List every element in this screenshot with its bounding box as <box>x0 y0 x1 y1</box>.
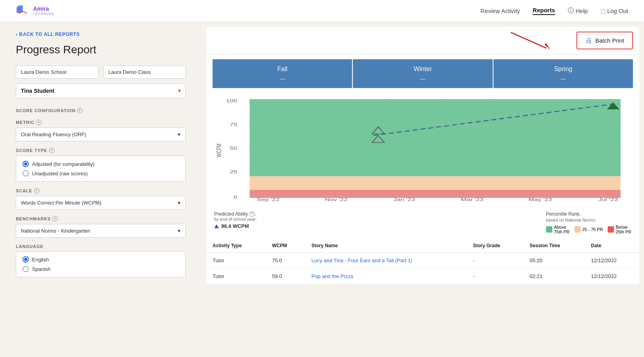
fall-value: — <box>216 76 349 82</box>
svg-text:Nov '22: Nov '22 <box>325 197 348 202</box>
batch-print-button[interactable]: 🖨 Batch Print <box>576 32 633 49</box>
below-25-label: Below25th PR <box>616 225 631 234</box>
svg-text:50: 50 <box>230 146 237 150</box>
logo-name: Amira <box>33 6 55 12</box>
student-select-chevron-icon: ▾ <box>178 88 181 94</box>
predicted-ability-legend: Predicted Ability ?, by end of school ye… <box>214 211 257 229</box>
red-arrow-annotation <box>507 28 554 52</box>
benchmarks-chevron-icon: ▾ <box>178 228 181 234</box>
nav-help[interactable]: ⓘ Help <box>568 7 588 15</box>
col-story-grade: Story Grade <box>467 239 523 253</box>
class-field: Laura Demo Class <box>103 66 186 79</box>
benchmarks-help-icon[interactable]: ? <box>52 216 58 222</box>
below-25-color <box>608 226 614 233</box>
svg-marker-5 <box>250 176 621 190</box>
svg-text:May '23: May '23 <box>528 197 552 202</box>
scale-help-icon[interactable]: ? <box>34 188 40 194</box>
nav-reports[interactable]: Reports <box>533 7 555 15</box>
logo: Amira LEARNING <box>16 4 55 18</box>
adjusted-label: Adjusted (for comparability) <box>32 161 94 167</box>
print-icon: 🖨 <box>585 36 592 45</box>
predicted-help-icon: ? <box>249 212 255 217</box>
back-link-label: BACK TO ALL REPORTS <box>19 32 80 37</box>
svg-text:Jan '23: Jan '23 <box>394 197 415 202</box>
mid-pr-color <box>574 226 581 233</box>
chart-svg: 100 75 50 25 0 WCPM <box>213 99 633 202</box>
left-panel: ‹ BACK TO ALL REPORTS Progress Report La… <box>0 22 201 357</box>
season-tab-fall[interactable]: Fall — <box>213 59 352 88</box>
story-grade-cell: - <box>467 269 523 284</box>
score-type-help-icon[interactable]: ? <box>49 148 55 153</box>
spring-value: — <box>497 76 630 82</box>
unadjusted-label: Unadjusted (raw scores) <box>32 171 88 177</box>
activity-type-cell: Tutor <box>206 269 266 284</box>
benchmarks-label: BENCHMARKS ? <box>16 216 186 222</box>
predicted-value-row: 96.4 WCPM <box>214 223 257 229</box>
score-config-section: SCORE CONFIGURATION ? METRIC ? Oral Read… <box>16 108 186 277</box>
benchmarks-value: National Norms - Kindergarten <box>21 228 90 234</box>
col-date: Date <box>585 239 639 253</box>
language-group: English Spanish <box>16 251 186 277</box>
metric-help-icon[interactable]: ? <box>36 120 41 125</box>
svg-marker-6 <box>250 190 621 198</box>
story-name-cell: Lucy and Tina - Four Ears and a Tail (Pa… <box>305 253 467 269</box>
english-radio-icon <box>23 256 29 263</box>
svg-text:Jul '23: Jul '23 <box>599 197 618 202</box>
batch-print-bar: 🖨 Batch Print <box>206 27 639 54</box>
score-config-help-icon[interactable]: ? <box>77 108 83 113</box>
nav-logout[interactable]: ⬚ Log Out <box>601 8 628 14</box>
story-grade-cell: - <box>467 253 523 269</box>
metric-value: Oral Reading Fluency (ORF) <box>21 132 86 137</box>
season-tab-spring[interactable]: Spring — <box>493 59 633 88</box>
svg-line-2 <box>511 32 546 48</box>
nav-review-activity[interactable]: Review Activity <box>480 8 520 14</box>
metric-dropdown[interactable]: Oral Reading Fluency (ORF) ▾ <box>16 128 186 141</box>
navigation: Amira LEARNING Review Activity Reports ⓘ… <box>0 0 644 22</box>
wcpm-cell: 75.0 <box>266 253 305 269</box>
language-label: LANGUAGE <box>16 244 186 249</box>
logo-tagline: LEARNING <box>33 12 55 16</box>
page-title: Progress Report <box>16 43 186 56</box>
date-cell: 12/12/2022 <box>585 269 639 284</box>
story-link[interactable]: Pup and the Pizza <box>311 273 353 279</box>
spring-label: Spring <box>497 66 630 73</box>
percentile-badges: Above75th PR 25 - 75 PR Below25th PR <box>546 225 631 234</box>
season-tabs: Fall — Winter — Spring — <box>206 54 639 93</box>
chart-container: 100 75 50 25 0 WCPM <box>213 99 633 202</box>
season-tab-winter[interactable]: Winter — <box>353 59 492 88</box>
svg-text:WCPM: WCPM <box>215 144 222 158</box>
percentile-legend: Percentile Rank, based on National Norms… <box>546 211 631 234</box>
svg-text:75: 75 <box>230 122 237 127</box>
back-link[interactable]: ‹ BACK TO ALL REPORTS <box>16 32 186 37</box>
batch-print-label: Batch Print <box>595 37 624 44</box>
score-type-adjusted[interactable]: Adjusted (for comparability) <box>23 161 179 167</box>
scale-value: Words Correct Per Minute (WCPM) <box>21 200 101 206</box>
svg-text:Mar '23: Mar '23 <box>461 197 484 202</box>
scale-dropdown[interactable]: Words Correct Per Minute (WCPM) ▾ <box>16 196 186 210</box>
right-panel: 🖨 Batch Print Fall — Winter — Spring — <box>201 22 644 357</box>
predicted-ability-label: Predicted Ability ?, <box>214 211 257 217</box>
predicted-triangle-icon <box>214 224 219 228</box>
benchmarks-dropdown[interactable]: National Norms - Kindergarten ▾ <box>16 224 186 238</box>
unadjusted-radio-icon <box>23 170 29 177</box>
story-name-cell: Pup and the Pizza <box>305 269 467 284</box>
above-75-badge: Above75th PR <box>546 225 570 234</box>
english-label: English <box>32 257 49 263</box>
percentile-sub: based on National Norms: <box>546 218 631 222</box>
back-chevron-icon: ‹ <box>16 32 18 37</box>
score-type-group: Adjusted (for comparability) Unadjusted … <box>16 156 186 182</box>
fall-label: Fall <box>216 66 349 73</box>
score-type-unadjusted[interactable]: Unadjusted (raw scores) <box>23 170 179 177</box>
activity-table: Activity Type WCPM Story Name Story Grad… <box>206 239 639 284</box>
scale-label: SCALE ? <box>16 188 186 194</box>
adjusted-radio-icon <box>23 161 29 167</box>
story-link[interactable]: Lucy and Tina - Four Ears and a Tail (Pa… <box>311 257 412 263</box>
mid-pr-label: 25 - 75 PR <box>582 227 603 232</box>
svg-marker-3 <box>544 43 550 50</box>
metric-chevron-icon: ▾ <box>178 132 181 137</box>
student-select[interactable]: Tina Student ▾ <box>16 83 186 98</box>
amira-logo-icon <box>16 4 30 18</box>
language-english[interactable]: English <box>23 256 179 263</box>
predicted-value: 96.4 WCPM <box>221 223 249 229</box>
language-spanish[interactable]: Spanish <box>23 266 179 272</box>
